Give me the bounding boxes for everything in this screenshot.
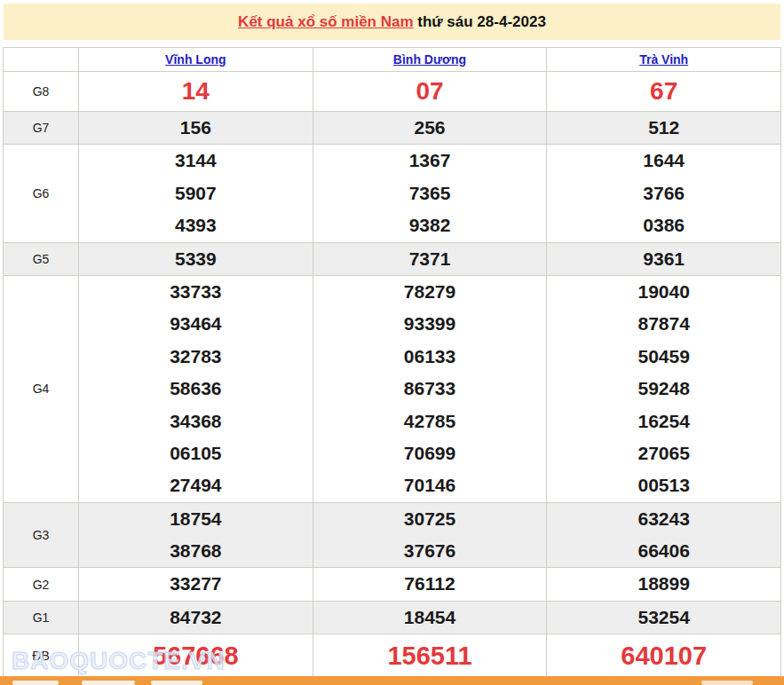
column-header-binh-duong: Bình Dương	[313, 48, 547, 72]
cell-G7-col1: 256	[313, 112, 547, 145]
footer-clipped-text	[701, 681, 753, 685]
footer-clipped-text	[12, 681, 59, 685]
table-row-G3: G3187543876830725376766324366406	[4, 502, 781, 568]
prize-number: 42785	[313, 405, 547, 437]
cell-ĐB-col0: 567668	[79, 634, 313, 678]
prize-number: 70699	[313, 437, 547, 469]
prize-number: 53254	[547, 602, 780, 634]
prize-number: 14	[79, 72, 313, 111]
cell-ĐB-col1: 156511	[313, 634, 547, 678]
cell-G5-col1: 7371	[313, 242, 547, 275]
prize-number: 3766	[547, 177, 780, 209]
prize-number: 50459	[547, 341, 780, 373]
results-table: Vĩnh Long Bình Dương Trà Vinh G8140767G7…	[3, 47, 781, 678]
row-label: G5	[4, 242, 79, 275]
prize-number: 93399	[313, 308, 547, 340]
cell-G4-col1: 78279933990613386733427857069970146	[313, 275, 547, 502]
cell-G5-col2: 9361	[547, 242, 781, 275]
table-row-G2: G2332777611218899	[4, 568, 781, 601]
cell-G3-col2: 6324366406	[547, 502, 781, 568]
table-row-G6: G6314459074393136773659382164437660386	[4, 145, 781, 242]
cell-G8-col2: 67	[547, 72, 781, 112]
prize-number: 93464	[79, 308, 313, 340]
cell-G4-col2: 19040878745045959248162542706500513	[547, 275, 781, 502]
prize-number: 00513	[547, 469, 780, 501]
cell-G2-col0: 33277	[79, 568, 313, 601]
prize-number: 30725	[313, 503, 547, 535]
prize-number: 7371	[313, 243, 547, 275]
prize-number: 70146	[313, 469, 547, 501]
footer-bar	[0, 676, 784, 685]
prize-number: 0386	[547, 209, 780, 241]
cell-G8-col1: 07	[313, 72, 547, 112]
prize-number: 06133	[313, 341, 547, 373]
prize-number: 1367	[313, 145, 547, 177]
row-label: ĐB	[4, 634, 79, 678]
column-header-tra-vinh: Trà Vinh	[547, 48, 781, 72]
prize-number: 156511	[313, 634, 547, 677]
cell-G7-col0: 156	[79, 112, 313, 145]
page-title: Kết quả xổ số miền Nam thứ sáu 28-4-2023	[4, 4, 780, 40]
cell-G6-col2: 164437660386	[547, 145, 781, 242]
prize-number: 59248	[547, 373, 780, 405]
prize-number: 87874	[547, 308, 780, 340]
prize-number: 256	[313, 112, 547, 144]
prize-number: 1644	[547, 145, 780, 177]
prize-number: 37676	[313, 535, 547, 567]
prize-number: 5339	[79, 243, 313, 275]
title-link[interactable]: Kết quả xổ số miền Nam	[238, 13, 413, 31]
prize-number: 16254	[547, 405, 780, 437]
prize-number: 19040	[547, 276, 780, 308]
cell-G8-col0: 14	[79, 72, 313, 112]
row-label: G2	[4, 568, 79, 601]
footer-clipped-text	[151, 681, 202, 685]
table-row-G5: G5533973719361	[4, 242, 781, 275]
row-label: G8	[4, 72, 79, 112]
cell-G3-col1: 3072537676	[313, 502, 547, 568]
prize-number: 63243	[547, 503, 780, 535]
prize-number: 5907	[79, 177, 313, 209]
corner-cell	[4, 48, 79, 72]
title-date: thứ sáu 28-4-2023	[414, 13, 546, 31]
prize-number: 640107	[547, 634, 780, 677]
row-label: G3	[4, 502, 79, 568]
province-link-binh-duong[interactable]: Bình Dương	[393, 52, 466, 67]
table-header-row: Vĩnh Long Bình Dương Trà Vinh	[4, 48, 781, 72]
prize-number: 58636	[79, 373, 313, 405]
province-link-tra-vinh[interactable]: Trà Vinh	[639, 52, 688, 67]
cell-ĐB-col2: 640107	[547, 634, 781, 678]
prize-number: 07	[313, 72, 547, 111]
prize-number: 9382	[313, 209, 547, 241]
cell-G1-col1: 18454	[313, 601, 547, 634]
prize-number: 76112	[313, 568, 547, 600]
prize-number: 512	[547, 112, 780, 144]
prize-number: 3144	[79, 145, 313, 177]
prize-number: 32783	[79, 341, 313, 373]
prize-number: 567668	[79, 634, 313, 677]
row-label: G7	[4, 112, 79, 145]
prize-number: 7365	[313, 177, 547, 209]
cell-G2-col1: 76112	[313, 568, 547, 601]
table-row-G1: G1847321845453254	[4, 601, 781, 634]
prize-number: 33733	[79, 276, 313, 308]
cell-G6-col1: 136773659382	[313, 145, 547, 242]
cell-G5-col0: 5339	[79, 242, 313, 275]
prize-number: 34368	[79, 405, 313, 437]
prize-number: 156	[79, 112, 313, 144]
cell-G4-col0: 33733934643278358636343680610527494	[79, 275, 313, 502]
prize-number: 18754	[79, 503, 313, 535]
table-row-G7: G7156256512	[4, 112, 781, 145]
prize-number: 84732	[79, 602, 313, 634]
prize-number: 18454	[313, 602, 547, 634]
row-label: G6	[4, 145, 79, 242]
cell-G2-col2: 18899	[547, 568, 781, 601]
prize-number: 78279	[313, 276, 547, 308]
cell-G3-col0: 1875438768	[79, 502, 313, 568]
province-link-vinh-long[interactable]: Vĩnh Long	[165, 52, 226, 67]
cell-G1-col2: 53254	[547, 601, 781, 634]
cell-G6-col0: 314459074393	[79, 145, 313, 242]
prize-number: 27065	[547, 437, 780, 469]
table-row-G8: G8140767	[4, 72, 781, 112]
prize-number: 9361	[547, 243, 780, 275]
table-row-G4: G433733934643278358636343680610527494782…	[4, 275, 781, 502]
